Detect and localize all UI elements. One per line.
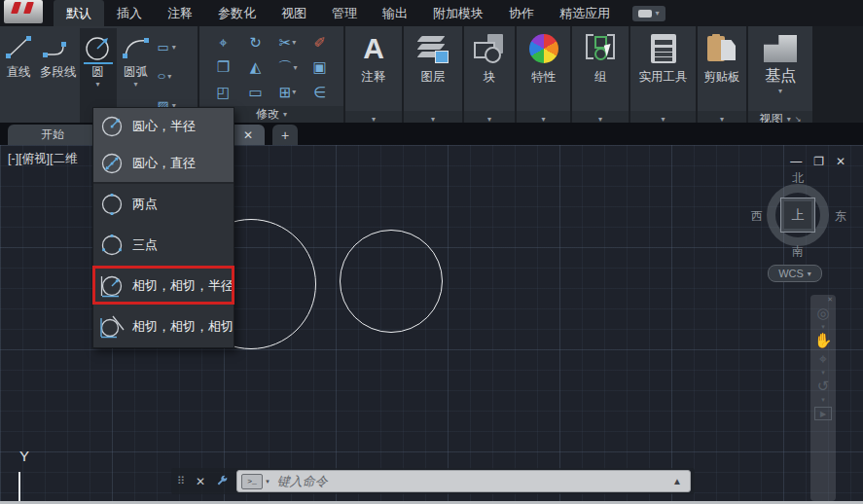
- ellipse-icon: ○: [157, 70, 166, 83]
- close-command-icon[interactable]: ✕: [196, 475, 205, 488]
- chevron-down-icon: ▾: [808, 270, 811, 278]
- compass-north[interactable]: 北: [792, 170, 804, 187]
- viewport-controls[interactable]: [-][俯视][二维: [8, 151, 78, 167]
- close-icon[interactable]: ✕: [836, 155, 845, 168]
- tab-annotate[interactable]: 注释: [155, 0, 205, 26]
- center-radius-icon: [99, 114, 125, 139]
- tab-collaborate[interactable]: 协作: [496, 0, 547, 26]
- menu-item-tan-tan-radius[interactable]: 相切，相切，半径: [93, 266, 234, 306]
- media-icon: [638, 10, 652, 18]
- compass-east[interactable]: 东: [835, 208, 846, 225]
- command-prompt-icon[interactable]: >_: [241, 474, 263, 489]
- wcs-dropdown[interactable]: WCS ▾: [768, 265, 822, 282]
- tab-insert[interactable]: 插入: [104, 0, 155, 26]
- navigation-wheel-icon[interactable]: ◎: [816, 305, 829, 321]
- copy-icon: ❐: [217, 58, 230, 76]
- mirror-button[interactable]: ◭: [250, 58, 262, 76]
- menu-item-2point[interactable]: 两点: [93, 184, 234, 225]
- menu-item-label: 圆心，半径: [132, 118, 196, 135]
- menu-item-label: 三点: [132, 236, 158, 254]
- tan-tan-radius-icon: [99, 273, 125, 299]
- drawn-circle-small[interactable]: [340, 230, 443, 333]
- copy-button[interactable]: ❐: [217, 58, 230, 76]
- menu-item-tan-tan-tan[interactable]: 相切，相切，相切: [93, 306, 234, 347]
- menu-item-center-radius[interactable]: 圆心，半径: [93, 108, 234, 145]
- ribbon-tab-bar: 默认 插入 注释 参数化 视图 管理 输出 附加模块 协作 精选应用 ▾: [0, 0, 863, 26]
- scale-button[interactable]: ◰: [216, 84, 230, 101]
- media-button[interactable]: ▾: [632, 6, 665, 21]
- tab-view[interactable]: 视图: [269, 0, 319, 26]
- command-input[interactable]: [275, 473, 665, 489]
- move-button[interactable]: ⌖: [219, 34, 227, 52]
- stretch-button[interactable]: ▭: [248, 84, 262, 101]
- annotate-panel[interactable]: A 注释 ▾: [345, 26, 402, 127]
- groups-panel[interactable]: 组 ▾: [572, 26, 629, 127]
- play-icon: ▶: [820, 410, 826, 418]
- customize-wrench-icon[interactable]: [215, 475, 229, 488]
- array-icon: ⊞: [279, 84, 292, 101]
- rotate-icon: ↻: [249, 34, 262, 52]
- array-button[interactable]: ⊞▾: [279, 84, 297, 101]
- tab-featured-apps[interactable]: 精选应用: [547, 0, 623, 26]
- layers-label: 图层: [421, 69, 446, 86]
- line-button[interactable]: 直线: [0, 28, 37, 125]
- group-label: 组: [594, 69, 607, 86]
- erase-button[interactable]: ✐: [313, 34, 326, 52]
- base-point-icon: [764, 35, 797, 62]
- offset-button[interactable]: ∈: [313, 84, 326, 101]
- chevron-down-icon[interactable]: ▾: [95, 81, 99, 89]
- command-line-dock: ⠿ ✕ >_ ▾ ▲: [171, 468, 695, 494]
- tab-parametric[interactable]: 参数化: [205, 0, 269, 26]
- layers-panel[interactable]: 图层 ▾: [404, 26, 462, 127]
- zoom-icon[interactable]: ⌖: [819, 350, 827, 367]
- orbit-icon[interactable]: ↺: [817, 378, 830, 394]
- three-point-icon: [99, 233, 125, 258]
- rectangle-button[interactable]: ▭▾: [158, 40, 176, 54]
- new-tab-button[interactable]: +: [272, 125, 298, 145]
- chevron-down-icon[interactable]: ▾: [778, 87, 782, 95]
- ellipse-button[interactable]: ○▾: [158, 69, 176, 84]
- polyline-button[interactable]: 多段线: [37, 28, 80, 125]
- compass-south[interactable]: 南: [792, 243, 804, 260]
- compass-west[interactable]: 西: [751, 208, 763, 225]
- drag-handle[interactable]: ⠿: [177, 477, 184, 486]
- start-tab[interactable]: 开始: [8, 125, 97, 145]
- navbar-close-icon[interactable]: ✕: [827, 296, 833, 304]
- pan-icon[interactable]: ✋: [814, 332, 833, 348]
- chevron-down-icon: ▾: [167, 72, 171, 81]
- chevron-down-icon[interactable]: ▾: [266, 478, 270, 486]
- app-logo-icon[interactable]: [4, 0, 43, 23]
- viewcube[interactable]: 上 北 南 西 东: [757, 174, 839, 256]
- restore-icon[interactable]: ❐: [813, 155, 824, 168]
- fillet-button[interactable]: ⌒▾: [277, 58, 297, 77]
- explode-button[interactable]: ▣: [312, 58, 326, 76]
- tab-default[interactable]: 默认: [54, 0, 104, 26]
- minimize-icon[interactable]: —: [790, 155, 802, 168]
- trim-button[interactable]: ✂▾: [279, 34, 297, 52]
- utilities-panel[interactable]: 实用工具 ▾: [630, 26, 696, 127]
- rotate-button[interactable]: ↻: [249, 34, 262, 52]
- clipboard-panel[interactable]: 剪贴板 ▾: [698, 26, 746, 127]
- properties-panel[interactable]: 特性 ▾: [517, 26, 570, 127]
- view-panel[interactable]: 基点 ▾ 视图 ▾ ↘: [748, 26, 812, 127]
- command-input-box[interactable]: >_ ▾ ▲: [236, 470, 691, 492]
- fillet-icon: ⌒: [277, 58, 292, 77]
- tab-output[interactable]: 输出: [370, 0, 420, 26]
- move-icon: ⌖: [219, 34, 227, 52]
- close-tab-icon[interactable]: ✕: [243, 128, 253, 142]
- showmotion-icon[interactable]: ▶: [814, 407, 832, 420]
- block-panel[interactable]: 块 ▾: [464, 26, 515, 127]
- menu-item-center-diameter[interactable]: 圆心，直径: [93, 145, 234, 182]
- tab-addins[interactable]: 附加模块: [420, 0, 496, 26]
- menu-item-3point[interactable]: 三点: [93, 225, 234, 266]
- chevron-down-icon: ▾: [821, 323, 825, 330]
- command-history-icon[interactable]: ▲: [672, 476, 682, 486]
- modify-label: 修改: [256, 106, 279, 123]
- autocad-window: 默认 插入 注释 参数化 视图 管理 输出 附加模块 协作 精选应用 ▾ 直线: [0, 0, 863, 504]
- line-icon: [3, 33, 34, 62]
- chevron-down-icon: ▾: [293, 63, 297, 72]
- block-label: 块: [484, 69, 496, 86]
- viewcube-top-face[interactable]: 上: [780, 198, 815, 233]
- tab-manage[interactable]: 管理: [319, 0, 370, 26]
- chevron-down-icon[interactable]: ▾: [133, 81, 137, 89]
